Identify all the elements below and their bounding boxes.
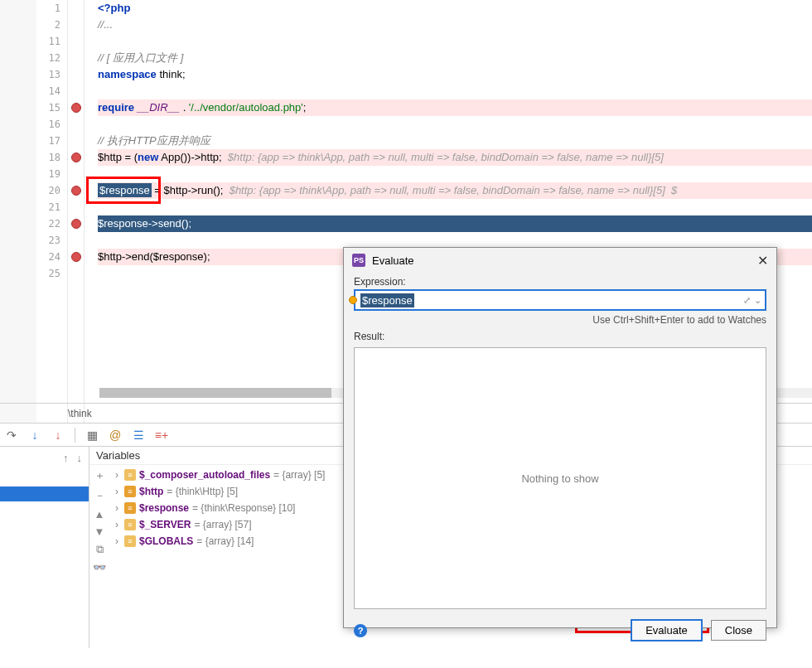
frames-panel: ↑ ↓ — [0, 447, 89, 648]
line-number: 1 — [36, 0, 67, 17]
at-icon[interactable]: @ — [109, 428, 122, 442]
var-value: = {array} [5] — [273, 469, 325, 481]
expression-hint: Use Ctrl+Shift+Enter to add to Watches — [354, 314, 766, 326]
fold-gutter — [85, 0, 94, 423]
line-number: 22 — [36, 215, 67, 232]
down-icon[interactable]: ↓ — [77, 452, 83, 464]
line-number: 21 — [36, 199, 67, 215]
line-number: 17 — [36, 133, 67, 149]
result-box: Nothing to show — [354, 347, 766, 609]
table-icon[interactable]: ▦ — [85, 428, 99, 442]
inline-hint: $http: {app => think\App, path => null, … — [230, 184, 678, 196]
line-number: 18 — [36, 149, 67, 166]
variables-toolbar: ＋ － ▲ ▼ ⧉ 👓 — [89, 465, 109, 648]
glasses-icon[interactable]: 👓 — [93, 561, 106, 574]
selected-frame[interactable] — [0, 486, 89, 501]
var-name: $_composer_autoload_files — [139, 469, 270, 481]
code-text: // 执行HTTP应用并响应 — [98, 134, 210, 147]
var-value: = {array} [57] — [194, 519, 251, 530]
execution-line: $response->send(); — [98, 215, 812, 232]
line-number: 16 — [36, 116, 67, 133]
code-text: // [ 应用入口文件 ] — [98, 51, 183, 64]
line-number: 2 — [36, 17, 67, 33]
breakpoint-icon[interactable] — [71, 103, 81, 113]
code-text: $http->end($response); — [98, 250, 210, 263]
result-label: Result: — [354, 331, 766, 342]
code-text: <?php — [98, 2, 130, 14]
var-name: $http — [139, 486, 163, 497]
close-button[interactable]: Close — [711, 620, 766, 641]
up-icon[interactable]: ↑ — [63, 452, 69, 464]
line-number: 20 — [36, 182, 67, 199]
breakpoint-gutter[interactable] — [68, 0, 85, 423]
code-text: App())->http; — [158, 151, 227, 163]
code-text: '/../vendor/autoload.php' — [189, 101, 303, 114]
bulb-icon[interactable] — [349, 296, 357, 304]
var-name: $GLOBALS — [139, 535, 193, 547]
line-number: 15 — [36, 99, 67, 116]
var-value: = {array} [14] — [196, 535, 254, 547]
step-out-icon[interactable]: ↓ — [51, 428, 65, 442]
line-number: 13 — [36, 66, 67, 83]
code-text: think; — [157, 68, 186, 80]
dialog-footer: ? Evaluate Close — [344, 612, 776, 648]
close-icon[interactable]: ✕ — [757, 253, 768, 269]
var-name: $response — [139, 502, 189, 514]
line-number-gutter: 1 2 11 12 13 14 15 16 17 18 19 20 21 22 … — [36, 0, 68, 423]
line-number: 14 — [36, 83, 67, 99]
list-icon[interactable]: ☰ — [132, 428, 145, 442]
remove-icon[interactable]: － — [94, 488, 105, 503]
var-value: = {think\Response} [10] — [192, 502, 295, 514]
add-watch-icon[interactable]: ≡+ — [155, 428, 168, 442]
code-text: . — [180, 101, 189, 114]
expression-input[interactable]: $response ⤢ ⌄ — [354, 289, 766, 311]
code-text: ; — [303, 101, 307, 114]
line-number: 12 — [36, 50, 67, 66]
line-number: 19 — [36, 166, 67, 182]
left-collapsed-panel — [0, 0, 36, 423]
selected-variable: $response — [98, 183, 152, 197]
breakpoint-icon[interactable] — [71, 186, 81, 196]
var-name: $_SERVER — [139, 519, 191, 530]
evaluate-dialog: PS Evaluate ✕ Expression: $response ⤢ ⌄ … — [343, 247, 777, 628]
breakpoint-icon[interactable] — [71, 252, 81, 262]
code-text: = $http->run(); — [152, 184, 230, 196]
down-icon[interactable]: ▼ — [94, 525, 105, 538]
code-text: = ( — [122, 151, 138, 163]
expression-value: $response — [360, 293, 414, 307]
code-text: require — [98, 101, 134, 114]
scroll-thumb[interactable] — [99, 388, 331, 398]
line-number: 24 — [36, 249, 67, 265]
evaluate-button[interactable]: Evaluate — [631, 619, 703, 641]
up-icon[interactable]: ▲ — [94, 508, 105, 520]
step-into-icon[interactable]: ↓ — [28, 428, 41, 442]
line-number: 11 — [36, 33, 67, 50]
line-number: 23 — [36, 232, 67, 249]
chevron-down-icon[interactable]: ⌄ — [754, 295, 761, 306]
app-icon: PS — [352, 254, 365, 267]
result-empty-text: Nothing to show — [521, 472, 598, 485]
expression-label: Expression: — [354, 276, 766, 288]
add-icon[interactable]: ＋ — [94, 468, 105, 483]
code-text: //... — [98, 18, 113, 31]
code-text: $response->send(); — [98, 217, 191, 230]
help-icon[interactable]: ? — [354, 624, 367, 637]
inline-hint: $http: {app => think\App, path => null, … — [228, 151, 664, 163]
breakpoint-icon[interactable] — [71, 152, 81, 162]
expand-icon[interactable]: ⤢ — [743, 295, 751, 306]
breadcrumb-item[interactable]: \think — [68, 408, 92, 419]
step-over-icon[interactable]: ↷ — [5, 428, 18, 442]
copy-icon[interactable]: ⧉ — [96, 543, 104, 556]
line-number: 25 — [36, 265, 67, 282]
breakpoint-icon[interactable] — [71, 219, 81, 229]
dialog-titlebar[interactable]: PS Evaluate ✕ — [344, 248, 776, 273]
code-text: $http — [98, 151, 122, 163]
var-value: = {think\Http} [5] — [167, 486, 238, 497]
code-text: __DIR__ — [138, 101, 180, 114]
code-text: namespace — [98, 68, 157, 80]
dialog-title: Evaluate — [372, 254, 414, 267]
code-text: new — [138, 151, 158, 163]
